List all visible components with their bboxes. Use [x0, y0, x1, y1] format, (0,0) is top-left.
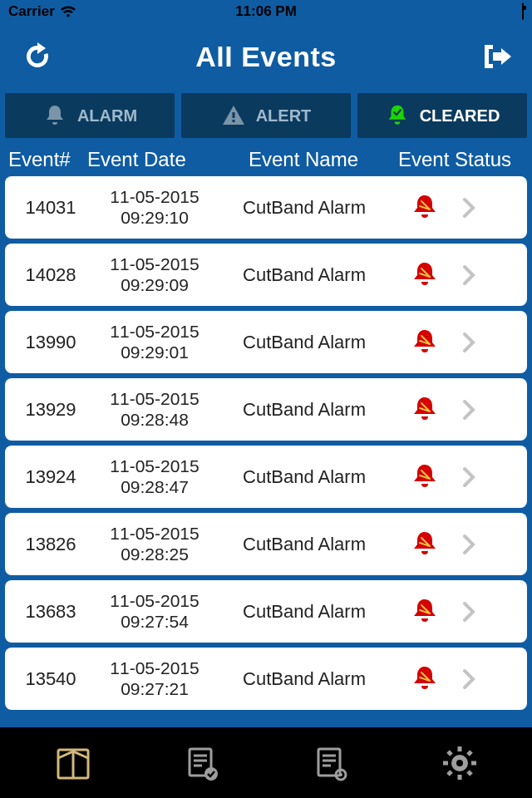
cell-name: CutBand Alarm	[221, 332, 387, 353]
table-row[interactable]: 13924 11-05-201509:28:47 CutBand Alarm	[5, 446, 527, 508]
cell-eventnum: 14031	[13, 197, 88, 219]
status-bar: Carrier 11:06 PM	[0, 0, 532, 23]
alarm-bell-icon	[410, 462, 440, 492]
cell-eventnum: 13540	[13, 668, 88, 690]
column-header: Event# Event Date Event Name Event Statu…	[0, 146, 532, 176]
alarm-bell-icon	[410, 597, 440, 627]
cell-status	[387, 462, 462, 492]
bottom-tab-events[interactable]	[177, 738, 227, 788]
cell-date: 11-05-201509:29:10	[88, 187, 221, 227]
chevron-right-icon	[462, 601, 490, 623]
tab-alarm[interactable]: ALARM	[5, 93, 175, 138]
alarm-bell-icon	[410, 664, 440, 694]
wifi-icon	[60, 6, 76, 18]
bottom-nav	[0, 727, 532, 798]
cell-status	[387, 193, 462, 223]
table-row[interactable]: 13540 11-05-201509:27:21 CutBand Alarm	[5, 648, 527, 710]
refresh-icon	[20, 39, 55, 74]
bell-check-icon	[385, 103, 410, 128]
cell-eventnum: 13683	[13, 601, 88, 623]
cell-eventnum: 13990	[13, 332, 88, 353]
chevron-right-icon	[462, 399, 490, 421]
chevron-right-icon	[462, 197, 490, 219]
chevron-right-icon	[462, 264, 490, 286]
bottom-tab-settings[interactable]	[435, 738, 485, 788]
cell-name: CutBand Alarm	[221, 601, 387, 623]
table-row[interactable]: 14028 11-05-201509:29:09 CutBand Alarm	[5, 244, 527, 306]
list-check-icon	[181, 742, 223, 784]
event-list: 14031 11-05-201509:29:10 CutBand Alarm 1…	[0, 176, 532, 727]
cell-date: 11-05-201509:29:09	[88, 254, 221, 294]
cell-eventnum: 13826	[13, 534, 88, 555]
cell-date: 11-05-201509:27:54	[88, 591, 221, 631]
col-eventnum: Event#	[8, 148, 87, 171]
filter-tabs: ALARM ALERT CLEARED	[0, 90, 532, 146]
bell-icon	[42, 103, 67, 128]
chevron-right-icon	[462, 332, 490, 353]
table-row[interactable]: 13826 11-05-201509:28:25 CutBand Alarm	[5, 513, 527, 575]
list-gear-icon	[310, 742, 352, 784]
cell-name: CutBand Alarm	[221, 264, 387, 286]
cell-status	[387, 530, 462, 559]
tab-cleared[interactable]: CLEARED	[357, 93, 527, 138]
table-row[interactable]: 14031 11-05-201509:29:10 CutBand Alarm	[5, 176, 527, 239]
table-row[interactable]: 13990 11-05-201509:29:01 CutBand Alarm	[5, 311, 527, 373]
page-title: All Events	[58, 41, 474, 73]
alarm-bell-icon	[410, 395, 440, 425]
bottom-tab-home[interactable]	[48, 738, 98, 788]
cell-eventnum: 13929	[13, 399, 88, 421]
cell-eventnum: 13924	[13, 466, 88, 488]
chevron-right-icon	[462, 668, 490, 690]
cell-status	[387, 328, 462, 357]
col-eventdate: Event Date	[87, 148, 224, 171]
table-row[interactable]: 13683 11-05-201509:27:54 CutBand Alarm	[5, 580, 527, 643]
col-eventname: Event Name	[224, 148, 382, 171]
logout-button[interactable]	[474, 36, 515, 77]
logout-icon	[476, 38, 513, 75]
cell-status	[387, 664, 462, 694]
refresh-button[interactable]	[17, 36, 58, 77]
alarm-bell-icon	[410, 193, 440, 223]
cell-date: 11-05-201509:28:47	[88, 456, 221, 496]
cell-status	[387, 395, 462, 425]
nav-bar: All Events	[0, 23, 532, 90]
warning-icon	[221, 103, 246, 128]
table-row[interactable]: 13929 11-05-201509:28:48 CutBand Alarm	[5, 378, 527, 441]
cell-eventnum: 14028	[13, 264, 88, 286]
bottom-tab-config[interactable]	[306, 738, 356, 788]
alarm-bell-icon	[410, 328, 440, 357]
col-eventstatus: Event Status	[382, 148, 527, 171]
tab-alert[interactable]: ALERT	[181, 93, 351, 138]
cell-date: 11-05-201509:27:21	[88, 658, 221, 698]
gate-icon	[52, 741, 95, 785]
cell-name: CutBand Alarm	[221, 668, 387, 690]
svg-point-5	[339, 773, 342, 776]
cell-name: CutBand Alarm	[221, 197, 387, 219]
tab-label: ALARM	[77, 106, 137, 126]
alarm-bell-icon	[410, 260, 440, 290]
tab-label: ALERT	[256, 106, 312, 126]
battery-icon	[522, 3, 524, 20]
cell-name: CutBand Alarm	[221, 534, 387, 555]
clock: 11:06 PM	[180, 3, 352, 20]
cell-status	[387, 260, 462, 290]
carrier-label: Carrier	[8, 3, 55, 20]
gear-icon	[439, 742, 480, 784]
alarm-bell-icon	[410, 530, 440, 559]
cell-name: CutBand Alarm	[221, 466, 387, 488]
cell-status	[387, 597, 462, 627]
tab-label: CLEARED	[420, 106, 500, 126]
chevron-right-icon	[462, 466, 490, 488]
cell-name: CutBand Alarm	[221, 399, 387, 421]
cell-date: 11-05-201509:28:25	[88, 524, 221, 564]
cell-date: 11-05-201509:28:48	[88, 389, 221, 429]
chevron-right-icon	[462, 534, 490, 555]
cell-date: 11-05-201509:29:01	[88, 322, 221, 362]
